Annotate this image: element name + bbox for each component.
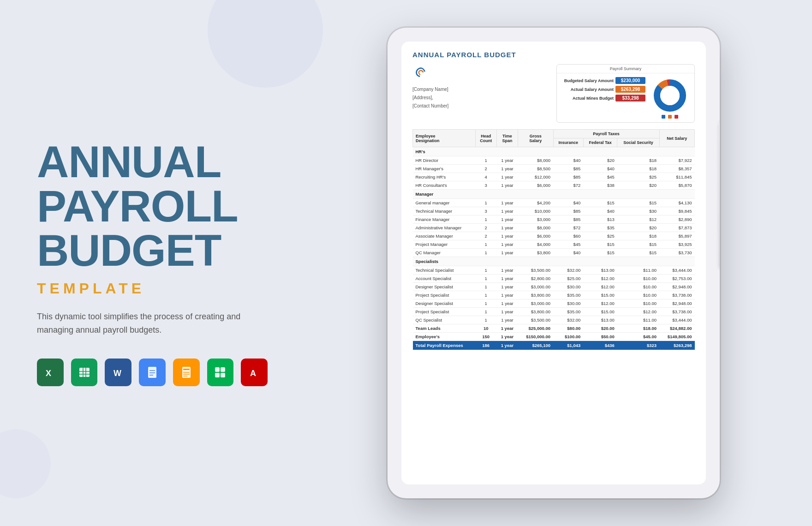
- td-social-security: $10.00: [617, 275, 659, 283]
- td-gross-salary: $10,000: [518, 207, 553, 215]
- td-gross-salary: $6,000: [518, 232, 553, 240]
- td-insurance: $100.00: [553, 333, 583, 341]
- td-head-count: 150: [475, 333, 496, 341]
- td-designation: Employee's: [413, 333, 476, 341]
- td-social-security: $18: [617, 165, 659, 173]
- excel-icon[interactable]: X: [37, 359, 64, 386]
- td-federal-tax: $15.00: [583, 308, 617, 316]
- td-insurance: $30.00: [553, 283, 583, 291]
- td-net-salary: $4,130: [659, 199, 694, 207]
- td-net-salary: $3,444.00: [659, 266, 694, 275]
- td-head-count: 1: [475, 156, 496, 165]
- svg-rect-18: [215, 373, 220, 377]
- td-insurance: $72: [553, 181, 583, 190]
- total-social-security: $323: [617, 341, 659, 350]
- td-insurance: $72: [553, 224, 583, 232]
- td-federal-tax: $40: [583, 165, 617, 173]
- table-row: QC Manager 1 1 year $3,800 $40 $15 $15 $…: [413, 249, 695, 257]
- td-designation: QC Specialist: [413, 316, 476, 324]
- svg-rect-12: [183, 369, 190, 370]
- td-head-count: 1: [475, 316, 496, 324]
- table-row: Recruiting HR's 4 1 year $12,000 $85 $45…: [413, 173, 695, 181]
- td-gross-salary: $3,000.00: [518, 299, 553, 308]
- table-row: Project Manager 1 1 year $4,000 $45 $15 …: [413, 240, 695, 249]
- td-federal-tax: $20.00: [583, 324, 617, 333]
- total-designation: Total Payroll Expenses: [413, 341, 476, 350]
- td-gross-salary: $2,800.00: [518, 275, 553, 283]
- td-insurance: $30.00: [553, 299, 583, 308]
- summary-row-3: Actual Mines Budget $33,298: [561, 95, 645, 102]
- svg-text:X: X: [46, 369, 51, 378]
- total-net-salary: $263,298: [659, 341, 694, 350]
- td-head-count: 1: [475, 283, 496, 291]
- summary-title: Payroll Summary: [557, 65, 694, 73]
- right-panel: ANNUAL PAYROLL BUDGET [Company Name] [Ad…: [295, 28, 812, 498]
- td-federal-tax: $35: [583, 224, 617, 232]
- td-designation: Technical Manager: [413, 207, 476, 215]
- td-time-span: 1 year: [496, 275, 518, 283]
- word-icon[interactable]: W: [105, 359, 131, 386]
- td-social-security: $15: [617, 199, 659, 207]
- td-head-count: 1: [475, 199, 496, 207]
- svg-rect-17: [221, 367, 225, 372]
- td-designation: Designer Specialist: [413, 299, 476, 308]
- td-federal-tax: $45: [583, 173, 617, 181]
- td-gross-salary: $4,200: [518, 199, 553, 207]
- td-time-span: 1 year: [496, 324, 518, 333]
- sheets-icon[interactable]: [71, 359, 98, 386]
- numbers-icon[interactable]: [207, 359, 234, 386]
- td-social-security: $11.00: [617, 316, 659, 324]
- total-gross-salary: $265,100: [518, 341, 553, 350]
- summary-value-1: $230,000: [615, 77, 645, 84]
- td-time-span: 1 year: [496, 156, 518, 165]
- td-gross-salary: $3,800: [518, 249, 553, 257]
- docs-icon[interactable]: [139, 359, 166, 386]
- td-net-salary: $7,873: [659, 224, 694, 232]
- td-insurance: $85: [553, 215, 583, 224]
- td-designation: QC Manager: [413, 249, 476, 257]
- td-social-security: $10.00: [617, 283, 659, 291]
- td-designation: Finance Manager: [413, 215, 476, 224]
- td-time-span: 1 year: [496, 207, 518, 215]
- td-insurance: $35.00: [553, 291, 583, 299]
- table-row: HR Manager's 2 1 year $8,500 $85 $40 $18…: [413, 165, 695, 173]
- donut-chart: [649, 77, 691, 119]
- table-row: Project Specialist 1 1 year $3,800.00 $3…: [413, 308, 695, 316]
- left-panel: ANNUAL PAYROLL BUDGET TEMPLATE This dyna…: [0, 0, 295, 526]
- td-head-count: 1: [475, 215, 496, 224]
- acrobat-icon[interactable]: A: [241, 359, 268, 386]
- td-designation: HR Manager's: [413, 165, 476, 173]
- td-gross-salary: $6,000: [518, 181, 553, 190]
- table-row: General manager 1 1 year $4,200 $40 $15 …: [413, 199, 695, 207]
- table-row: Team Leads 10 1 year $25,000.00 $80.00 $…: [413, 324, 695, 333]
- td-insurance: $25.00: [553, 275, 583, 283]
- td-gross-salary: $4,000: [518, 240, 553, 249]
- td-social-security: $20: [617, 224, 659, 232]
- td-net-salary: $11,845: [659, 173, 694, 181]
- td-insurance: $35.00: [553, 308, 583, 316]
- td-gross-salary: $3,500.00: [518, 266, 553, 275]
- td-time-span: 1 year: [496, 283, 518, 291]
- td-head-count: 3: [475, 181, 496, 190]
- td-social-security: $30: [617, 207, 659, 215]
- td-net-salary: $3,738.00: [659, 308, 694, 316]
- td-gross-salary: $150,000.00: [518, 333, 553, 341]
- td-time-span: 1 year: [496, 232, 518, 240]
- td-net-salary: $7,922: [659, 156, 694, 165]
- td-net-salary: $3,738.00: [659, 291, 694, 299]
- table-row: HR Director 1 1 year $8,000 $40 $20 $18 …: [413, 156, 695, 165]
- table-row: Account Specialist 1 1 year $2,800.00 $2…: [413, 275, 695, 283]
- td-federal-tax: $15: [583, 199, 617, 207]
- summary-row-1: Budgeted Salary Amount $230,000: [561, 77, 645, 84]
- td-time-span: 1 year: [496, 215, 518, 224]
- td-gross-salary: $8,000: [518, 224, 553, 232]
- td-insurance: $40: [553, 156, 583, 165]
- td-net-salary: $5,870: [659, 181, 694, 190]
- pages-icon[interactable]: [173, 359, 200, 386]
- document-title: ANNUAL PAYROLL BUDGET: [412, 51, 695, 59]
- svg-rect-19: [221, 373, 225, 377]
- table-row: HR Consultant's 3 1 year $6,000 $72 $38 …: [413, 181, 695, 190]
- td-social-security: $18.00: [617, 324, 659, 333]
- company-name-field: [Company Name]: [412, 85, 549, 94]
- summary-row-2: Actual Salary Amount $263,298: [561, 86, 645, 93]
